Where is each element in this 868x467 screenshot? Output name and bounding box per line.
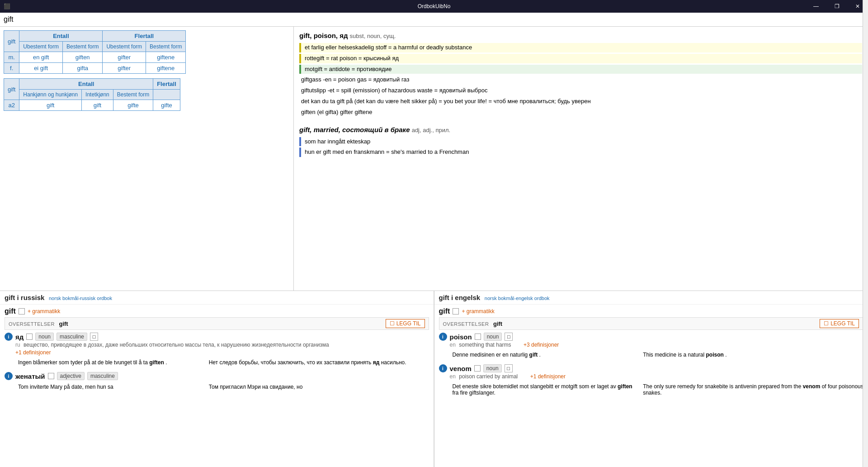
table1-r1c3: gifter xyxy=(103,52,146,63)
legg-til-label-right: LEGG TIL xyxy=(830,320,855,327)
entry2-def2: hun er gift med en franskmann = she's ma… xyxy=(305,148,469,155)
bottom-left-header: gift i russisk norsk bokmål-russisk ordb… xyxy=(0,291,434,305)
trans-ya-examples: Ingen blåmerker som tyder på at de ble t… xyxy=(15,357,434,367)
trans-zh-box[interactable] xyxy=(48,373,54,379)
entry1-def2: rottegift = rat poison = крысиный яд xyxy=(305,55,399,62)
table2-row1-label: a2 xyxy=(4,100,19,111)
trans-zh-examples: Tom inviterte Mary på date, men hun sa Т… xyxy=(15,382,434,392)
table2-flertall-header: Flertall xyxy=(153,79,180,90)
trans-poison-expand[interactable]: □ xyxy=(505,333,513,341)
example-ru-zh: Том пригласил Мэри на свидание, но xyxy=(207,383,434,391)
titlebar-title: OrdbokUibNo xyxy=(418,3,451,10)
translation-ya: i яд noun masculine □ ru вещество, приво… xyxy=(5,333,429,367)
trans-zh-header: i женатый adjective masculine xyxy=(5,372,429,380)
table2-subh3: Bestemt form xyxy=(113,90,153,100)
bottom-left-grammar-link[interactable]: + grammatikk xyxy=(28,308,60,315)
trans-poison-box[interactable] xyxy=(475,334,481,340)
bottom-right-grammar-link[interactable]: + grammatikk xyxy=(462,308,494,315)
bottom-left-subtitle: norsk bokmål-russisk ordbok xyxy=(49,295,112,301)
trans-ya-lang: ru xyxy=(15,342,20,348)
table2-subh1: Hankjønn og hunkjønn xyxy=(19,90,82,100)
trans-ya-box[interactable] xyxy=(26,334,33,340)
bottom-left-word-box[interactable] xyxy=(19,308,25,315)
legg-til-button-left[interactable]: ☐ LEGG TIL xyxy=(386,319,425,328)
trans-venom-icon: i xyxy=(439,364,447,372)
trans-zh-word: женатый xyxy=(15,372,45,380)
titlebar-controls: — ❐ ✕ xyxy=(806,0,868,13)
table2-r1c2: gift xyxy=(82,100,113,111)
trans-ya-def-text: вещество, приводящее в дозах, даже небол… xyxy=(24,342,329,348)
restore-button[interactable]: ❐ xyxy=(826,0,847,13)
trans-ya-expand[interactable]: □ xyxy=(90,333,98,341)
table1-r2c3: gifter xyxy=(103,63,146,74)
dict-entries-panel: gift, poison, яд subst, noun, сущ. et fa… xyxy=(294,27,868,291)
oversettelser-label-left: OVERSETTELSER xyxy=(9,321,55,327)
entry1-def5: giftutslipp -et = spill (emission) of ha… xyxy=(301,87,488,94)
table-row: Ingen blåmerker som tyder på at de ble t… xyxy=(16,358,434,367)
table-row: Denne medisinen er en naturlig gift . Th… xyxy=(451,351,868,359)
bottom-right-panel: gift i engelsk norsk bokmål-engelsk ordb… xyxy=(434,291,868,467)
trans-venom-more-inline[interactable]: +1 definisjoner xyxy=(530,373,566,380)
table1-r1c2: giften xyxy=(63,52,103,63)
table2-entall-header: Entall xyxy=(19,79,153,90)
trans-venom-header: i venom noun □ xyxy=(439,364,863,372)
trans-poison-lang: en xyxy=(450,342,456,348)
table1-subh2: Bestemt form xyxy=(63,42,103,52)
searchbar xyxy=(0,13,868,27)
legg-til-button-right[interactable]: ☐ LEGG TIL xyxy=(820,319,859,328)
trans-ya-header: i яд noun masculine □ xyxy=(5,333,429,341)
entry1-def7: giften (el gifta) gifter giftene xyxy=(301,109,373,115)
example-en-poison: This medicine is a natural poison . xyxy=(641,351,868,359)
table2-r1c3: gifte xyxy=(113,100,153,111)
table1-r2c4: giftene xyxy=(146,63,186,74)
search-input[interactable] xyxy=(4,15,864,24)
table1-row2-label: f. xyxy=(4,63,19,74)
trans-ya-more[interactable]: +1 definisjoner xyxy=(15,349,429,356)
bottom-right-word-box[interactable] xyxy=(453,308,459,315)
titlebar-icon: ⬛ xyxy=(4,3,10,10)
trans-poison-def-text: something that harms xyxy=(459,342,511,348)
grammar-table-noun: gift Entall Flertall Ubestemt form Beste… xyxy=(4,30,186,74)
bottom-right-header: gift i engelsk norsk bokmål-engelsk ordb… xyxy=(434,291,868,305)
trans-poison-more-inline[interactable]: +3 definisjoner xyxy=(524,342,559,348)
minimize-button[interactable]: — xyxy=(806,0,826,13)
table2-word-label: gift xyxy=(4,79,19,100)
trans-poison-examples: Denne medisinen er en naturlig gift . Th… xyxy=(450,350,868,360)
example-en-venom: The only sure remedy for snakebite is an… xyxy=(641,382,868,397)
trans-zh-tag1: adjective xyxy=(57,372,85,380)
table1-subh3: Ubestemt form xyxy=(103,42,146,52)
oversettelser-bar-right: OVERSETTELSER gift ☐ LEGG TIL xyxy=(439,317,863,330)
trans-poison-icon: i xyxy=(439,333,447,341)
trans-ya-tag2: masculine xyxy=(57,333,87,341)
trans-venom-expand[interactable]: □ xyxy=(505,364,513,372)
example-no-zh: Tom inviterte Mary på date, men hun sa xyxy=(16,383,206,391)
table2-subh4 xyxy=(153,90,180,100)
trans-poison-word: poison xyxy=(450,333,472,341)
trans-venom-word: venom xyxy=(450,365,472,372)
dict-entry2-header: gift, married, состоящий в браке adj, ad… xyxy=(299,124,862,135)
entry1-pos: subst, noun, сущ. xyxy=(350,33,396,39)
trans-venom-box[interactable] xyxy=(474,365,481,372)
trans-poison-tag1: noun xyxy=(484,333,502,341)
trans-zh-tag2: masculine xyxy=(87,372,118,380)
table2-r1c4: gifte xyxy=(153,100,180,111)
entry1-def1: et farlig eller helseskadelig stoff = a … xyxy=(305,44,472,51)
scrollbar[interactable] xyxy=(863,27,868,291)
dict-entry-poison: gift, poison, яд subst, noun, сущ. et fa… xyxy=(299,30,862,117)
entry2-pos: adj, adj., прил. xyxy=(412,127,450,133)
example-no-poison: Denne medisinen er en naturlig gift . xyxy=(451,351,641,359)
example-ru-ya: Нет следов борьбы, чтобы заключить, что … xyxy=(207,358,434,367)
translation-poison: i poison noun □ en something that harms … xyxy=(439,333,863,360)
table1-r1c1: en gift xyxy=(19,52,63,63)
example-no-ya: Ingen blåmerker som tyder på at de ble t… xyxy=(16,358,206,367)
table1-subh4: Bestemt form xyxy=(146,42,186,52)
entry2-def1: som har inngått ekteskap xyxy=(305,138,370,145)
bottom-left-content: gift + grammatikk OVERSETTELSER gift ☐ L… xyxy=(0,305,434,399)
table1-row1-label: m. xyxy=(4,52,19,63)
legg-til-label-left: LEGG TIL xyxy=(396,320,421,327)
trans-ya-icon: i xyxy=(5,333,13,341)
bottom-right-content: gift + grammatikk OVERSETTELSER gift ☐ L… xyxy=(434,305,868,405)
trans-ya-word: яд xyxy=(15,333,24,341)
left-grammar-panel: gift Entall Flertall Ubestemt form Beste… xyxy=(0,27,294,291)
example-no-venom: Det eneste sikre botemidlet mot slangebi… xyxy=(451,382,641,397)
